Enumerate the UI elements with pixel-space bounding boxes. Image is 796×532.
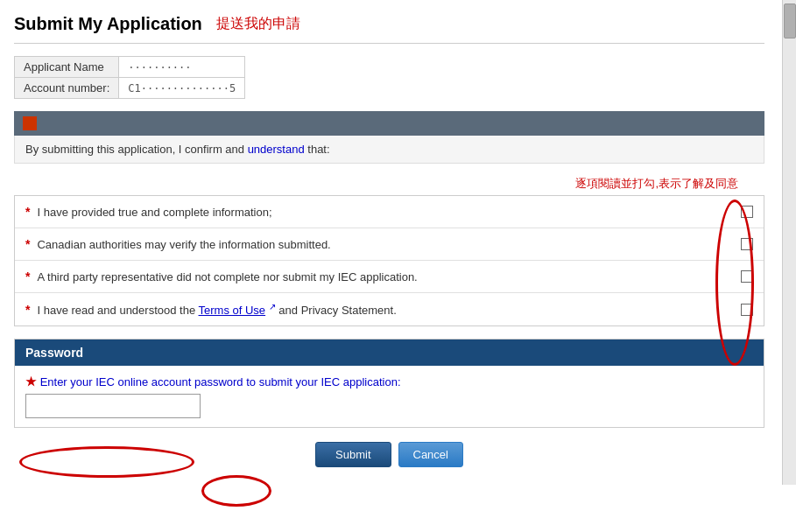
notice-highlight: understand <box>248 143 305 156</box>
required-star-3: * <box>25 270 30 284</box>
required-star-4: * <box>25 303 30 317</box>
section-header-bar <box>14 111 764 136</box>
password-required-star: ★ <box>25 374 37 388</box>
annotation-zh: 逐項閱讀並打勾,表示了解及同意 <box>14 176 764 192</box>
confirm-checkbox-3[interactable] <box>741 270 753 283</box>
confirm-item-2: * Canadian authorities may verify the in… <box>15 228 764 261</box>
confirm-item-1: * I have provided true and complete info… <box>15 196 764 228</box>
submit-button[interactable]: Submit <box>315 442 391 467</box>
scrollbar-thumb[interactable] <box>784 4 796 38</box>
external-link-icon: ↗ <box>269 302 276 312</box>
confirm-item-3: * A third party representative did not c… <box>15 261 764 293</box>
confirm-text-4: I have read and understood the Terms of … <box>37 302 736 317</box>
page-title-zh: 提送我的申請 <box>216 15 300 33</box>
cancel-button[interactable]: Cancel <box>398 442 463 467</box>
confirm-checkbox-2[interactable] <box>741 238 753 250</box>
button-row: Submit Cancel <box>14 442 764 467</box>
required-star-2: * <box>25 237 30 251</box>
applicant-name-label: Applicant Name <box>15 57 119 78</box>
password-section: Password ★ Enter your IEC online account… <box>14 339 764 428</box>
password-label-text: Enter your IEC online account password t… <box>40 375 401 388</box>
applicant-info-table: Applicant Name ·········· Account number… <box>14 56 245 99</box>
required-star-1: * <box>25 205 30 219</box>
confirm-item-4: * I have read and understood the Terms o… <box>15 293 764 326</box>
page-title-en: Submit My Application <box>14 14 202 34</box>
confirm-text-2: Canadian authorities may verify the info… <box>37 238 736 251</box>
password-input[interactable] <box>25 394 201 418</box>
terms-of-use-link[interactable]: Terms of Use <box>199 304 266 317</box>
password-header: Password <box>15 340 764 366</box>
applicant-name-value: ·········· <box>119 57 245 78</box>
account-number-label: Account number: <box>15 78 119 99</box>
confirm-text-3: A third party representative did not com… <box>37 270 736 284</box>
confirm-text-1: I have provided true and complete inform… <box>37 206 736 219</box>
oval-annotation-submit <box>201 475 271 507</box>
info-notice: By submitting this application, I confir… <box>14 136 764 164</box>
section-header-icon <box>23 116 37 130</box>
confirmation-section: * I have provided true and complete info… <box>14 195 764 326</box>
scrollbar-track[interactable] <box>782 0 796 485</box>
confirm-checkbox-4[interactable] <box>741 304 753 316</box>
confirm-checkbox-1[interactable] <box>741 206 753 218</box>
account-number-value: C1··············5 <box>119 78 245 99</box>
